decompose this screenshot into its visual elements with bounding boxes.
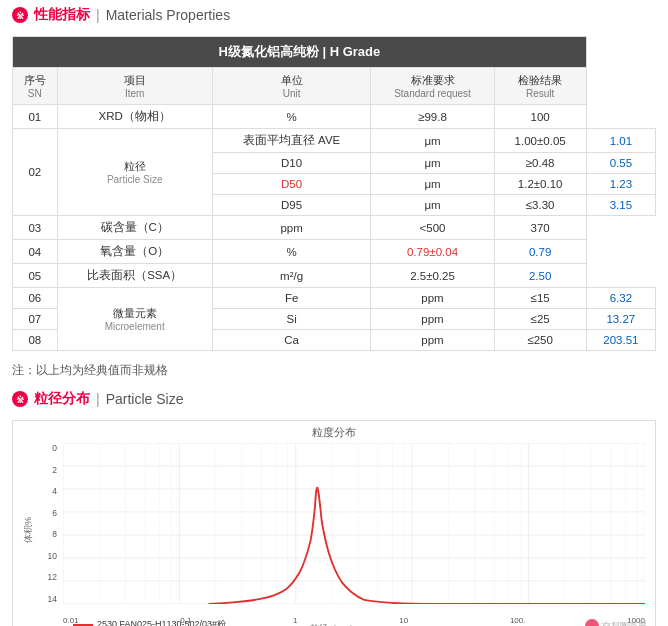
cell-item: XRD（物相） bbox=[57, 105, 212, 129]
section1-title-cn: 性能指标 bbox=[34, 6, 90, 24]
table-main-header-row: H级氮化铝高纯粉 | H Grade bbox=[13, 37, 656, 68]
cell-unit: ppm bbox=[212, 216, 371, 240]
y-axis-label: 体积% bbox=[22, 517, 35, 543]
table-note: 注：以上均为经典值而非规格 bbox=[0, 359, 668, 384]
cell-unit: m²/g bbox=[212, 264, 371, 288]
chart-container: 粒度分布 14 12 10 8 6 4 2 0 体积% bbox=[12, 420, 656, 626]
properties-table: H级氮化铝高纯粉 | H Grade 序号SN 项目Item 单位Unit 标准… bbox=[12, 36, 656, 351]
cell-standard: ≥0.48 bbox=[494, 153, 586, 174]
cell-result: 1.01 bbox=[586, 129, 655, 153]
cell-sn: 02 bbox=[13, 129, 58, 216]
chart-legend: 2530 FAN025-H1130-502/03#粉 bbox=[73, 618, 226, 626]
cell-standard: 1.00±0.05 bbox=[494, 129, 586, 153]
cell-standard: <500 bbox=[371, 216, 494, 240]
cell-unit: μm bbox=[371, 174, 494, 195]
cell-sn: 01 bbox=[13, 105, 58, 129]
section1-divider: | bbox=[96, 7, 100, 23]
cell-result: 2.50 bbox=[494, 264, 586, 288]
col-header-row: 序号SN 项目Item 单位Unit 标准要求Standard request … bbox=[13, 68, 656, 105]
cell-sn: 03 bbox=[13, 216, 58, 240]
cell-result: 3.15 bbox=[586, 195, 655, 216]
cell-item: 粒径 Particle Size bbox=[57, 129, 212, 216]
cell-sub-item: D95 bbox=[212, 195, 371, 216]
cell-unit: ppm bbox=[371, 330, 494, 351]
cell-sn: 08 bbox=[13, 330, 58, 351]
legend-label: 2530 FAN025-H1130-502/03#粉 bbox=[97, 618, 226, 626]
cell-unit: % bbox=[212, 240, 371, 264]
cell-standard: ≥99.8 bbox=[371, 105, 494, 129]
chart-title: 粒度分布 bbox=[13, 421, 655, 440]
cell-unit: μm bbox=[371, 153, 494, 174]
legend-line bbox=[73, 624, 93, 626]
cell-sn: 07 bbox=[13, 309, 58, 330]
chart-section: 粒度分布 14 12 10 8 6 4 2 0 体积% bbox=[0, 420, 668, 626]
cell-result: 1.23 bbox=[586, 174, 655, 195]
col-header-sn: 序号SN bbox=[13, 68, 58, 105]
cell-result: 13.27 bbox=[586, 309, 655, 330]
cell-standard: ≤25 bbox=[494, 309, 586, 330]
cell-sub-item-d50: D50 bbox=[212, 174, 371, 195]
watermark-icon bbox=[585, 619, 599, 626]
cell-item: 微量元素 Microelement bbox=[57, 288, 212, 351]
section1-icon: ※ bbox=[12, 7, 28, 23]
cell-standard: 2.5±0.25 bbox=[371, 264, 494, 288]
section2-header: ※ 粒径分布 | Particle Size bbox=[0, 384, 668, 414]
table-row: 05 比表面积（SSA） m²/g 2.5±0.25 2.50 bbox=[13, 264, 656, 288]
section2-divider: | bbox=[96, 391, 100, 407]
cell-sub-item: 表面平均直径 AVE bbox=[212, 129, 371, 153]
cell-unit: μm bbox=[371, 129, 494, 153]
cell-sn: 04 bbox=[13, 240, 58, 264]
cell-item: 比表面积（SSA） bbox=[57, 264, 212, 288]
section2-title-cn: 粒径分布 bbox=[34, 390, 90, 408]
main-header-en: H Grade bbox=[330, 44, 381, 59]
x-axis-label: 粒径（μm） bbox=[310, 622, 359, 626]
table-row: 02 粒径 Particle Size 表面平均直径 AVE μm 1.00±0… bbox=[13, 129, 656, 153]
properties-table-wrapper: H级氮化铝高纯粉 | H Grade 序号SN 项目Item 单位Unit 标准… bbox=[0, 36, 668, 351]
cell-result: 6.32 bbox=[586, 288, 655, 309]
table-row: 03 碳含量（C） ppm <500 370 bbox=[13, 216, 656, 240]
main-header-cn: H级氮化铝高纯粉 bbox=[218, 44, 318, 59]
col-header-result: 检验结果Result bbox=[494, 68, 586, 105]
col-header-item: 项目Item bbox=[57, 68, 212, 105]
cell-sn: 05 bbox=[13, 264, 58, 288]
cell-sub-item: Ca bbox=[212, 330, 371, 351]
cell-standard: ≤15 bbox=[494, 288, 586, 309]
chart-plot-area bbox=[63, 443, 645, 604]
cell-item: 碳含量（C） bbox=[57, 216, 212, 240]
table-row: 01 XRD（物相） % ≥99.8 100 bbox=[13, 105, 656, 129]
chart-svg bbox=[63, 443, 645, 604]
section2-icon: ※ bbox=[12, 391, 28, 407]
cell-unit: % bbox=[212, 105, 371, 129]
cell-result: 100 bbox=[494, 105, 586, 129]
cell-standard: 1.2±0.10 bbox=[494, 174, 586, 195]
cell-sub-item: Fe bbox=[212, 288, 371, 309]
table-row: 04 氧含量（O） % 0.79±0.04 0.79 bbox=[13, 240, 656, 264]
cell-unit: ppm bbox=[371, 309, 494, 330]
section1-header: ※ 性能指标 | Materials Properties bbox=[0, 0, 668, 30]
cell-standard: 0.79±0.04 bbox=[371, 240, 494, 264]
watermark-text: 交邦陶瓷展 bbox=[602, 620, 647, 627]
cell-result: 203.51 bbox=[586, 330, 655, 351]
section1-title-en: Materials Properties bbox=[106, 7, 231, 23]
cell-sub-item: D10 bbox=[212, 153, 371, 174]
col-header-standard: 标准要求Standard request bbox=[371, 68, 494, 105]
cell-standard: ≤250 bbox=[494, 330, 586, 351]
cell-standard: ≤3.30 bbox=[494, 195, 586, 216]
main-header-divider: | bbox=[322, 44, 326, 59]
cell-item: 氧含量（O） bbox=[57, 240, 212, 264]
watermark: 交邦陶瓷展 bbox=[585, 619, 647, 626]
cell-result: 370 bbox=[494, 216, 586, 240]
cell-result: 0.79 bbox=[494, 240, 586, 264]
cell-unit: μm bbox=[371, 195, 494, 216]
cell-result: 0.55 bbox=[586, 153, 655, 174]
cell-unit: ppm bbox=[371, 288, 494, 309]
cell-sn: 06 bbox=[13, 288, 58, 309]
cell-sub-item: Si bbox=[212, 309, 371, 330]
section2-title-en: Particle Size bbox=[106, 391, 184, 407]
col-header-unit: 单位Unit bbox=[212, 68, 371, 105]
table-main-header-cell: H级氮化铝高纯粉 | H Grade bbox=[13, 37, 587, 68]
table-row: 06 微量元素 Microelement Fe ppm ≤15 6.32 bbox=[13, 288, 656, 309]
